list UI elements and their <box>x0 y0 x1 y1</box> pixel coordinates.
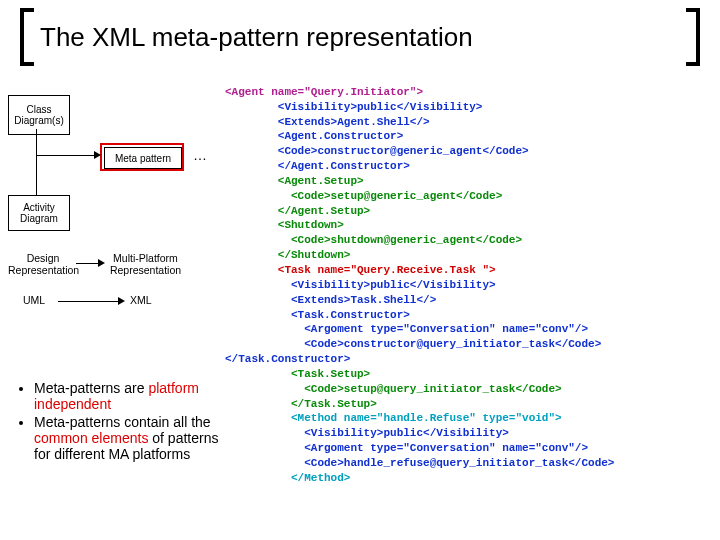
title-bar: The XML meta-pattern representation <box>20 8 700 66</box>
xml-line: <Visibility>public</Visibility> <box>225 427 509 439</box>
bracket-left-icon <box>20 8 34 66</box>
xml-line: <Argoment type="Conversation" name="conv… <box>225 442 588 454</box>
class-diagram-box: Class Diagram(s) <box>8 95 70 135</box>
connector-line <box>36 155 96 156</box>
page-title: The XML meta-pattern representation <box>40 22 473 53</box>
arrow-right-icon <box>98 259 105 267</box>
xml-line: </Agent.Constructor> <box>225 160 410 172</box>
xml-line: <Code>constructor@query_initiator_task</… <box>225 338 601 350</box>
bullet-list: Meta-patterns are platform independent M… <box>20 380 220 464</box>
xml-line: <Code>constructor@generic_agent</Code> <box>225 145 529 157</box>
xml-line: <Argoment type="Conversation" name="conv… <box>225 323 588 335</box>
multi-platform-label: Multi-Platform Representation <box>103 253 188 276</box>
xml-line: <Code>handle_refuse@query_initiator_task… <box>225 457 614 469</box>
xml-label: XML <box>130 295 152 307</box>
xml-line: <Method name="handle.Refuse" type="void"… <box>225 412 562 424</box>
ellipsis-icon: … <box>193 147 210 163</box>
xml-line: <Code>shutdown@generic_agent</Code> <box>225 234 522 246</box>
xml-line: </Shutdown> <box>225 249 350 261</box>
diagram: Class Diagram(s) Meta pattern … Activity… <box>8 95 218 375</box>
bullet-item: Meta-patterns contain all the common ele… <box>34 414 220 462</box>
uml-label: UML <box>23 295 45 307</box>
xml-line: <Task.Setup> <box>225 368 370 380</box>
xml-line: <Task.Constructor> <box>225 309 410 321</box>
xml-line: </Agent.Setup> <box>225 205 370 217</box>
xml-line: <Code>setup@generic_agent</Code> <box>225 190 502 202</box>
xml-line: <Visibility>public</Visibility> <box>225 101 482 113</box>
bracket-right-icon <box>686 8 700 66</box>
arrow-right-icon <box>94 151 101 159</box>
xml-line: <Agent.Setup> <box>225 175 364 187</box>
connector-line <box>36 129 37 195</box>
bullet-text: Meta-patterns contain all the <box>34 414 211 430</box>
xml-line: <Extends>Agent.Shell</> <box>225 116 430 128</box>
arrow-right-icon <box>118 297 125 305</box>
xml-code-block: <Agent name="Query.Initiator"> <Visibili… <box>225 70 715 486</box>
xml-line: <Visibility>public</Visibility> <box>225 279 496 291</box>
xml-line: </Task.Setup> <box>225 398 377 410</box>
xml-line: <Shutdown> <box>225 219 344 231</box>
bullet-text: Meta-patterns are <box>34 380 148 396</box>
bullet-item: Meta-patterns are platform independent <box>34 380 220 412</box>
xml-line: <Agent.Constructor> <box>225 130 403 142</box>
connector-line <box>76 263 100 264</box>
meta-pattern-box: Meta pattern <box>104 147 182 169</box>
xml-line: <Agent name="Query.Initiator"> <box>225 86 423 98</box>
xml-line: <Extends>Task.Shell</> <box>225 294 436 306</box>
xml-line: <Code>setup@query_initiator_task</Code> <box>225 383 562 395</box>
xml-line: <Task name="Query.Receive.Task "> <box>225 264 496 276</box>
activity-diagram-box: Activity Diagram <box>8 195 70 231</box>
design-rep-label: Design Representation <box>8 253 78 276</box>
xml-line: </Task.Constructor> <box>225 353 350 365</box>
bullet-emphasis: common elements <box>34 430 148 446</box>
connector-line <box>58 301 120 302</box>
xml-line: </Method> <box>225 472 350 484</box>
